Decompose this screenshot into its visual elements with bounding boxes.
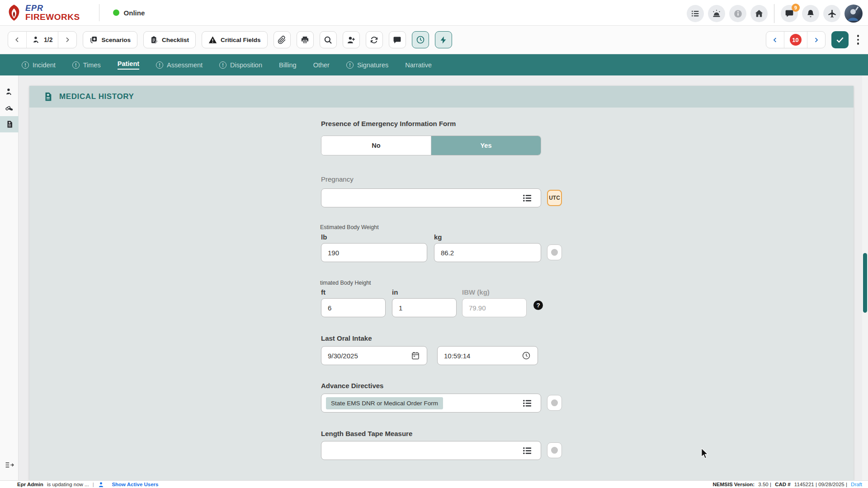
tab-assessment[interactable]: ! Assessment xyxy=(156,61,203,69)
critical-fields-button[interactable]: Critical Fields xyxy=(202,31,268,48)
emergency-info-toggle: No Yes xyxy=(321,136,541,155)
refresh-icon xyxy=(370,36,378,44)
home-button[interactable] xyxy=(750,5,768,22)
person-icon xyxy=(98,471,110,488)
clock-icon[interactable] xyxy=(522,351,531,360)
rail-medical-history-button[interactable] xyxy=(0,116,19,132)
warning-icon xyxy=(208,36,217,44)
emergency-info-label: Presence of Emergency Information Form xyxy=(321,120,456,127)
list-icon[interactable] xyxy=(522,398,533,408)
checklist-button[interactable]: Checklist xyxy=(143,31,196,48)
attachments-button[interactable] xyxy=(274,31,291,48)
pregnancy-input[interactable] xyxy=(321,188,541,207)
document-plus-icon xyxy=(5,120,14,128)
main-area: MEDICAL HISTORY Presence of Emergency In… xyxy=(0,75,868,480)
print-button[interactable] xyxy=(297,31,314,48)
scenarios-button[interactable]: Scenarios xyxy=(83,31,137,48)
info-button[interactable] xyxy=(729,5,746,22)
search-icon xyxy=(324,36,332,44)
logo-line2: FIREWORKS xyxy=(25,13,80,21)
next-issue-button[interactable] xyxy=(807,32,825,48)
next-record-button[interactable] xyxy=(58,32,76,48)
add-user-button[interactable] xyxy=(343,31,360,48)
patient-icon xyxy=(5,88,14,96)
length-based-tape-input[interactable] xyxy=(321,441,541,460)
alert-icon: ! xyxy=(72,61,80,69)
app-window: EPR FIREWORKS Online xyxy=(0,0,868,488)
last-oral-intake-label: Last Oral Intake xyxy=(321,334,372,342)
editor-activity-text: is updating now ... xyxy=(46,482,90,487)
transport-button[interactable] xyxy=(823,5,840,22)
cad-label: CAD # xyxy=(775,482,791,487)
tab-incident[interactable]: ! Incident xyxy=(22,61,56,69)
user-plus-icon xyxy=(347,36,355,44)
user-avatar[interactable] xyxy=(844,5,863,23)
weight-kg-input[interactable] xyxy=(434,243,541,262)
rail-medications-button[interactable] xyxy=(0,100,19,116)
critical-fields-label: Critical Fields xyxy=(221,37,261,43)
tab-signatures[interactable]: ! Signatures xyxy=(346,61,388,69)
tab-narrative[interactable]: Narrative xyxy=(405,61,432,69)
calendar-icon[interactable] xyxy=(411,351,420,360)
scrollbar-thumb[interactable] xyxy=(863,253,867,313)
advance-directives-chip[interactable]: State EMS DNR or Medical Order Form xyxy=(326,397,443,409)
weight-lb-input[interactable] xyxy=(321,243,427,262)
home-icon xyxy=(755,9,764,18)
length-based-tape-label: Length Based Tape Measure xyxy=(321,430,412,437)
online-label: Online xyxy=(124,9,145,17)
time-tracking-button[interactable] xyxy=(412,31,429,48)
pregnancy-label: Pregnancy xyxy=(321,175,354,183)
tab-other[interactable]: Other xyxy=(313,61,330,69)
previous-issue-button[interactable] xyxy=(766,32,784,48)
utc-toggle-button[interactable]: UTC xyxy=(547,190,562,206)
advance-directives-status-button[interactable] xyxy=(547,395,562,411)
checklist-icon xyxy=(150,36,158,44)
kg-label: kg xyxy=(434,233,442,241)
list-icon[interactable] xyxy=(522,193,533,203)
length-based-tape-status-button[interactable] xyxy=(547,442,562,458)
tab-patient[interactable]: Patient xyxy=(118,60,139,70)
height-in-input[interactable] xyxy=(392,298,457,317)
alert-icon: ! xyxy=(22,61,29,69)
record-counter: 1/2 xyxy=(44,36,52,43)
alerts-button[interactable] xyxy=(708,5,725,22)
height-ft-input[interactable] xyxy=(321,298,386,317)
advance-directives-input[interactable]: State EMS DNR or Medical Order Form xyxy=(321,394,541,413)
menu-list-button[interactable] xyxy=(687,5,704,22)
messages-button[interactable]: 9 xyxy=(781,5,798,22)
tab-disposition[interactable]: ! Disposition xyxy=(219,61,262,69)
ibw-help-icon[interactable]: ? xyxy=(533,300,543,310)
patient-icon xyxy=(32,36,41,44)
emergency-info-no-button[interactable]: No xyxy=(321,136,431,155)
nemsis-version-value: 3.50 | xyxy=(757,482,773,487)
tab-times[interactable]: ! Times xyxy=(72,61,101,69)
online-dot-icon xyxy=(113,9,119,16)
clock-icon xyxy=(416,35,425,44)
tab-billing[interactable]: Billing xyxy=(279,61,297,69)
expand-rail-button[interactable] xyxy=(0,461,19,469)
ibw-label: IBW (kg) xyxy=(462,288,490,296)
airplane-icon xyxy=(827,9,837,19)
notifications-button[interactable] xyxy=(802,5,819,22)
draft-status-link[interactable]: Draft xyxy=(851,482,862,487)
header-divider xyxy=(99,4,99,21)
previous-record-button[interactable] xyxy=(8,32,26,48)
sync-button[interactable] xyxy=(366,31,383,48)
scenarios-icon xyxy=(90,36,98,44)
card-body: Presence of Emergency Information Form N… xyxy=(29,108,854,480)
active-editor-name: Epr Admin xyxy=(17,482,43,487)
show-active-users-link[interactable]: Show Active Users xyxy=(112,482,158,487)
list-icon[interactable] xyxy=(522,446,533,456)
section-title: MEDICAL HISTORY xyxy=(59,92,134,101)
patient-record-button[interactable]: 1/2 xyxy=(26,32,58,48)
emergency-info-yes-button[interactable]: Yes xyxy=(431,136,541,155)
pills-icon xyxy=(5,104,14,113)
weight-status-button[interactable] xyxy=(547,244,562,260)
logo-line1: EPR xyxy=(25,4,80,12)
more-options-button[interactable] xyxy=(854,35,862,45)
confirm-button[interactable] xyxy=(831,31,849,48)
chat-button[interactable] xyxy=(389,31,406,48)
rail-patient-info-button[interactable] xyxy=(0,84,19,100)
search-button[interactable] xyxy=(320,31,337,48)
quick-actions-button[interactable] xyxy=(435,31,452,48)
